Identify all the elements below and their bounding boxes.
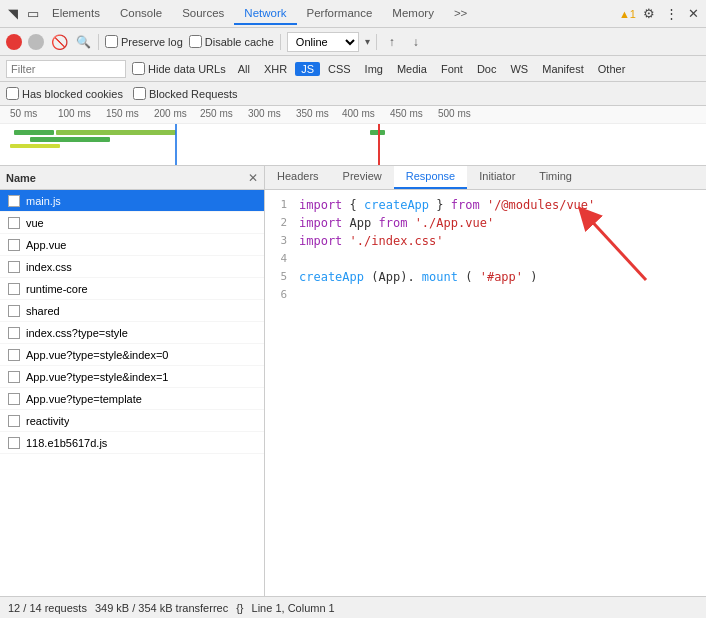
filter-input[interactable] xyxy=(6,60,126,78)
device-icon[interactable]: ▭ xyxy=(24,5,42,23)
code-line-2: 2 import App from './App.vue' xyxy=(265,216,706,234)
has-blocked-cookies-label[interactable]: Has blocked cookies xyxy=(6,87,123,100)
filter-media[interactable]: Media xyxy=(391,62,433,76)
blocked-requests-label[interactable]: Blocked Requests xyxy=(133,87,238,100)
preserve-log-label[interactable]: Preserve log xyxy=(105,35,183,48)
stop-button[interactable] xyxy=(28,34,44,50)
file-name-app-vue-style-1: App.vue?type=style&index=1 xyxy=(26,371,169,383)
code-brace-2: } xyxy=(436,198,450,212)
tab-headers[interactable]: Headers xyxy=(265,166,331,189)
tick-50ms: 50 ms xyxy=(10,108,37,119)
tab-console[interactable]: Console xyxy=(110,3,172,25)
timeline-bars-area[interactable] xyxy=(0,124,706,165)
tab-initiator[interactable]: Initiator xyxy=(467,166,527,189)
tab-more[interactable]: >> xyxy=(444,3,477,25)
inspect-icon[interactable]: ◥ xyxy=(4,5,22,23)
disable-cache-text: Disable cache xyxy=(205,36,274,48)
file-checkbox-vue xyxy=(8,217,20,229)
status-braces: {} xyxy=(236,602,243,614)
tab-memory[interactable]: Memory xyxy=(382,3,444,25)
blocked-bar: Has blocked cookies Blocked Requests xyxy=(0,82,706,106)
file-row-reactivity[interactable]: reactivity xyxy=(0,410,264,432)
file-row-app-vue-template[interactable]: App.vue?type=template xyxy=(0,388,264,410)
warning-badge[interactable]: ▲1 xyxy=(619,8,636,20)
file-row-app-vue[interactable]: App.vue xyxy=(0,234,264,256)
toolbar-separator-1 xyxy=(98,34,99,50)
file-row-main-js[interactable]: main.js xyxy=(0,190,264,212)
close-icon[interactable]: ✕ xyxy=(684,5,702,23)
settings-icon[interactable]: ⚙ xyxy=(640,5,658,23)
blocked-requests-checkbox[interactable] xyxy=(133,87,146,100)
more-icon[interactable]: ⋮ xyxy=(662,5,680,23)
has-blocked-cookies-checkbox[interactable] xyxy=(6,87,19,100)
file-checkbox-118 xyxy=(8,437,20,449)
filter-font[interactable]: Font xyxy=(435,62,469,76)
filter-css[interactable]: CSS xyxy=(322,62,357,76)
file-row-index-css[interactable]: index.css xyxy=(0,256,264,278)
tab-performance[interactable]: Performance xyxy=(297,3,383,25)
file-row-shared[interactable]: shared xyxy=(0,300,264,322)
disable-cache-checkbox[interactable] xyxy=(189,35,202,48)
line-num-3: 3 xyxy=(269,234,299,252)
file-name-app-vue-template: App.vue?type=template xyxy=(26,393,142,405)
file-row-index-css-style[interactable]: index.css?type=style xyxy=(0,322,264,344)
code-open-5: ( xyxy=(465,270,472,284)
filter-xhr[interactable]: XHR xyxy=(258,62,293,76)
file-row-118[interactable]: 118.e1b5617d.js xyxy=(0,432,264,454)
clear-button[interactable]: 🚫 xyxy=(50,33,68,51)
filter-all[interactable]: All xyxy=(232,62,256,76)
network-toolbar: 🚫 🔍 Preserve log Disable cache Online Sl… xyxy=(0,28,706,56)
line-num-1: 1 xyxy=(269,198,299,216)
filter-doc[interactable]: Doc xyxy=(471,62,503,76)
timeline-bar-2 xyxy=(56,130,176,135)
code-line-3: 3 import './index.css' xyxy=(265,234,706,252)
timeline-line-red xyxy=(378,124,380,165)
preserve-log-checkbox[interactable] xyxy=(105,35,118,48)
code-string-5: '#app' xyxy=(480,270,523,284)
hide-data-urls-label[interactable]: Hide data URLs xyxy=(132,62,226,75)
filter-ws[interactable]: WS xyxy=(504,62,534,76)
search-button[interactable]: 🔍 xyxy=(74,33,92,51)
line-content-3: import './index.css' xyxy=(299,234,702,252)
close-panel-button[interactable]: ✕ xyxy=(248,171,258,185)
file-name-vue: vue xyxy=(26,217,44,229)
file-checkbox-app-vue-style-1 xyxy=(8,371,20,383)
filter-manifest[interactable]: Manifest xyxy=(536,62,590,76)
code-import-1: import xyxy=(299,198,342,212)
line-content-1: import { createApp } from '/@modules/vue… xyxy=(299,198,702,216)
import-har-button[interactable]: ↑ xyxy=(383,33,401,51)
filter-img[interactable]: Img xyxy=(359,62,389,76)
file-row-app-vue-style-0[interactable]: App.vue?type=style&index=0 xyxy=(0,344,264,366)
file-row-vue[interactable]: vue xyxy=(0,212,264,234)
filter-bar: Hide data URLs All XHR JS CSS Img Media … xyxy=(0,56,706,82)
file-name-shared: shared xyxy=(26,305,60,317)
file-checkbox-runtime-core xyxy=(8,283,20,295)
disable-cache-label[interactable]: Disable cache xyxy=(189,35,274,48)
network-throttle-select[interactable]: Online Slow 3G Fast 3G Offline xyxy=(287,32,359,52)
hide-data-urls-checkbox[interactable] xyxy=(132,62,145,75)
code-parens-5: (App). xyxy=(371,270,414,284)
filter-other[interactable]: Other xyxy=(592,62,632,76)
code-line-1: 1 import { createApp } from '/@modules/v… xyxy=(265,198,706,216)
tab-sources[interactable]: Sources xyxy=(172,3,234,25)
tab-preview[interactable]: Preview xyxy=(331,166,394,189)
file-row-app-vue-style-1[interactable]: App.vue?type=style&index=1 xyxy=(0,366,264,388)
code-createapp-5: createApp xyxy=(299,270,364,284)
file-name-app-vue: App.vue xyxy=(26,239,66,251)
filter-js[interactable]: JS xyxy=(295,62,320,76)
export-har-button[interactable]: ↓ xyxy=(407,33,425,51)
code-app-2: App xyxy=(350,216,379,230)
file-row-runtime-core[interactable]: runtime-core xyxy=(0,278,264,300)
status-bar: 12 / 14 requests 349 kB / 354 kB transfe… xyxy=(0,596,706,618)
code-string-3: './index.css' xyxy=(350,234,444,248)
record-button[interactable] xyxy=(6,34,22,50)
tab-timing[interactable]: Timing xyxy=(527,166,584,189)
code-brace-1: { xyxy=(350,198,364,212)
tab-response[interactable]: Response xyxy=(394,166,468,189)
tab-elements[interactable]: Elements xyxy=(42,3,110,25)
main-tab-bar: Elements Console Sources Network Perform… xyxy=(42,3,619,25)
code-response-area[interactable]: 1 import { createApp } from '/@modules/v… xyxy=(265,190,706,596)
status-position: Line 1, Column 1 xyxy=(252,602,335,614)
tab-network[interactable]: Network xyxy=(234,3,296,25)
file-name-main-js: main.js xyxy=(26,195,61,207)
